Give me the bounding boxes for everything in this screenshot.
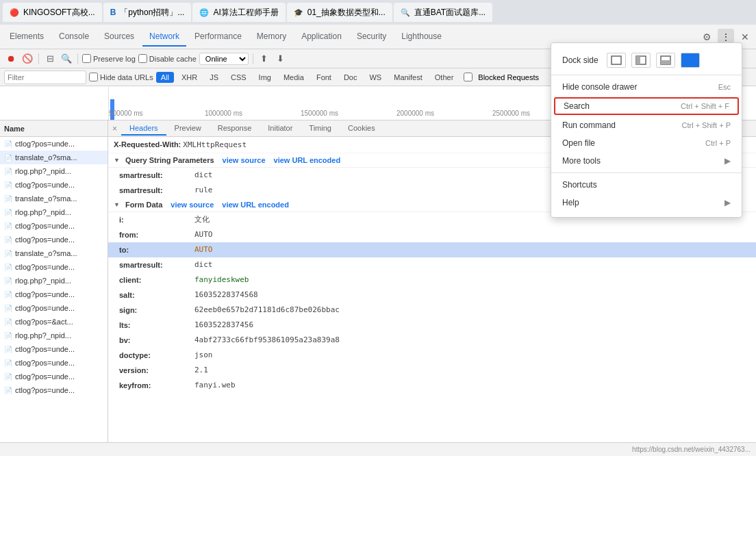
search-button[interactable]: 🔍 <box>60 52 73 66</box>
detail-close-btn[interactable]: × <box>108 122 121 136</box>
tab-security[interactable]: Security <box>350 27 393 47</box>
filter-input[interactable] <box>4 71 86 84</box>
tab-elements[interactable]: Elements <box>3 27 51 47</box>
form-view-source-link[interactable]: view source <box>171 201 214 209</box>
filter-type-font[interactable]: Font <box>312 72 336 83</box>
request-list: Name 📄 ctlog?pos=unde... 📄 translate_o?s… <box>0 120 108 442</box>
tab-performance[interactable]: Performance <box>188 27 249 47</box>
menu-item-help[interactable]: Help ▶ <box>551 194 742 212</box>
browser-tab-4[interactable]: 🎓 01_抽象数据类型和... <box>287 3 392 22</box>
request-item-r14[interactable]: 📄 ctlog?pos=&act... <box>0 315 108 329</box>
detail-tab-cookies[interactable]: Cookies <box>340 122 383 136</box>
tab-memory[interactable]: Memory <box>250 27 293 47</box>
dock-bottom-btn[interactable] <box>656 53 675 68</box>
request-icon-r10: 📄 <box>4 264 12 271</box>
filter-type-js[interactable]: JS <box>205 72 223 83</box>
request-item-r15[interactable]: 📄 rlog.php?_npid... <box>0 329 108 342</box>
dock-left-btn[interactable] <box>631 53 651 68</box>
request-item-r17[interactable]: 📄 ctlog?pos=unde... <box>0 356 108 370</box>
clear-button[interactable]: 🚫 <box>21 52 34 66</box>
form-param-name-keyfrom: keyfrom: <box>119 379 194 392</box>
throttle-select[interactable]: Online <box>199 53 249 65</box>
import-button[interactable]: ⬆ <box>257 52 271 66</box>
filter-type-manifest[interactable]: Manifest <box>389 72 427 83</box>
query-string-triangle: ▼ <box>114 157 120 164</box>
request-item-r8[interactable]: 📄 ctlog?pos=unde... <box>0 233 108 246</box>
detail-tab-headers[interactable]: Headers <box>121 122 166 136</box>
hide-data-urls-checkbox[interactable] <box>89 73 98 81</box>
filter-type-ws[interactable]: WS <box>364 72 386 83</box>
menu-item-shortcuts[interactable]: Shortcuts <box>551 176 742 194</box>
menu-item-more-tools[interactable]: More tools ▶ <box>551 152 742 170</box>
menu-item-hide-console-shortcut: Esc <box>718 83 731 91</box>
menu-item-hide-console[interactable]: Hide console drawer Esc <box>551 78 742 96</box>
request-item-r12[interactable]: 📄 ctlog?pos=unde... <box>0 288 108 301</box>
request-list-header: Name <box>0 120 108 137</box>
form-param-name-sign: sign: <box>119 304 194 316</box>
tab-2-icon: B <box>110 8 116 17</box>
blocked-requests-checkbox[interactable] <box>464 73 473 81</box>
preserve-log-checkbox[interactable] <box>82 54 91 63</box>
filter-button[interactable]: ⊟ <box>43 52 57 66</box>
request-item-r19[interactable]: 📄 ctlog?pos=unde... <box>0 383 108 397</box>
tab-console[interactable]: Console <box>52 27 96 47</box>
filter-type-all[interactable]: All <box>156 72 174 83</box>
request-item-r1[interactable]: 📄 ctlog?pos=unde... <box>0 137 108 151</box>
request-item-r16[interactable]: 📄 ctlog?pos=unde... <box>0 342 108 356</box>
request-item-r4[interactable]: 📄 ctlog?pos=unde... <box>0 178 108 192</box>
form-view-url-encoded-link[interactable]: view URL encoded <box>222 201 289 209</box>
filter-type-media[interactable]: Media <box>279 72 309 83</box>
request-item-r5[interactable]: 📄 translate_o?sma... <box>0 192 108 205</box>
tab-lighthouse[interactable]: Lighthouse <box>394 27 449 47</box>
detail-tab-initiator[interactable]: Initiator <box>260 122 301 136</box>
browser-tab-3[interactable]: 🌐 AI算法工程师手册 <box>192 3 285 22</box>
filter-type-xhr[interactable]: XHR <box>177 72 202 83</box>
detail-tab-response[interactable]: Response <box>210 122 260 136</box>
tab-1-icon: 🔴 <box>10 8 19 17</box>
browser-tab-5[interactable]: 🔍 直通BAT面试题库... <box>394 3 492 22</box>
browser-tab-2[interactable]: B 「python招聘」... <box>103 3 192 22</box>
query-param-name-1: smartresult: <box>119 169 194 181</box>
tab-3-title: AI算法工程师手册 <box>213 7 278 18</box>
request-item-r2[interactable]: 📄 translate_o?sma... <box>0 151 108 164</box>
request-item-r18[interactable]: 📄 ctlog?pos=unde... <box>0 370 108 383</box>
record-button[interactable]: ⏺ <box>4 52 18 66</box>
svg-rect-2 <box>636 56 640 64</box>
detail-tab-timing[interactable]: Timing <box>301 122 340 136</box>
menu-item-run-command[interactable]: Run command Ctrl + Shift + P <box>551 116 742 134</box>
dock-right-btn[interactable] <box>681 53 700 68</box>
query-view-source-link[interactable]: view source <box>223 156 266 164</box>
dock-undock-btn[interactable] <box>607 53 626 68</box>
disable-cache-label[interactable]: Disable cache <box>138 54 197 63</box>
help-arrow-icon: ▶ <box>724 198 731 207</box>
export-button[interactable]: ⬇ <box>274 52 288 66</box>
request-item-r11[interactable]: 📄 rlog.php?_npid... <box>0 274 108 288</box>
tab-network[interactable]: Network <box>142 27 186 47</box>
request-icon-r3: 📄 <box>4 168 12 175</box>
form-param-name-from: from: <box>119 229 194 241</box>
request-item-r7[interactable]: 📄 ctlog?pos=unde... <box>0 219 108 233</box>
request-item-r6[interactable]: 📄 rlog.php?_npid... <box>0 205 108 219</box>
preserve-log-label[interactable]: Preserve log <box>82 54 136 63</box>
filter-type-css[interactable]: CSS <box>226 72 251 83</box>
tab-sources[interactable]: Sources <box>97 27 141 47</box>
status-bar: https://blog.csdn.net/weixin_4432763... <box>0 442 756 456</box>
menu-item-search[interactable]: Search Ctrl + Shift + F <box>554 97 739 115</box>
request-item-r3[interactable]: 📄 rlog.php?_npid... <box>0 164 108 178</box>
query-view-url-encoded-link[interactable]: view URL encoded <box>274 156 341 164</box>
detail-tab-preview[interactable]: Preview <box>166 122 210 136</box>
disable-cache-checkbox[interactable] <box>138 54 147 63</box>
request-item-r13[interactable]: 📄 ctlog?pos=unde... <box>0 301 108 315</box>
browser-tab-1[interactable]: 🔴 KINGOSOFT高校... <box>3 3 102 22</box>
menu-item-open-file[interactable]: Open file Ctrl + P <box>551 134 742 152</box>
tab-application[interactable]: Application <box>294 27 349 47</box>
filter-type-img[interactable]: Img <box>254 72 276 83</box>
request-icon-r7: 📄 <box>4 222 12 230</box>
request-item-r9[interactable]: 📄 translate_o?sma... <box>0 246 108 260</box>
filter-type-other[interactable]: Other <box>430 72 459 83</box>
menu-item-open-file-shortcut: Ctrl + P <box>705 139 731 147</box>
filter-type-doc[interactable]: Doc <box>339 72 362 83</box>
form-param-value-to: AUTO <box>194 244 213 256</box>
hide-data-urls-label[interactable]: Hide data URLs <box>89 73 153 81</box>
request-item-r10[interactable]: 📄 ctlog?pos=unde... <box>0 260 108 274</box>
